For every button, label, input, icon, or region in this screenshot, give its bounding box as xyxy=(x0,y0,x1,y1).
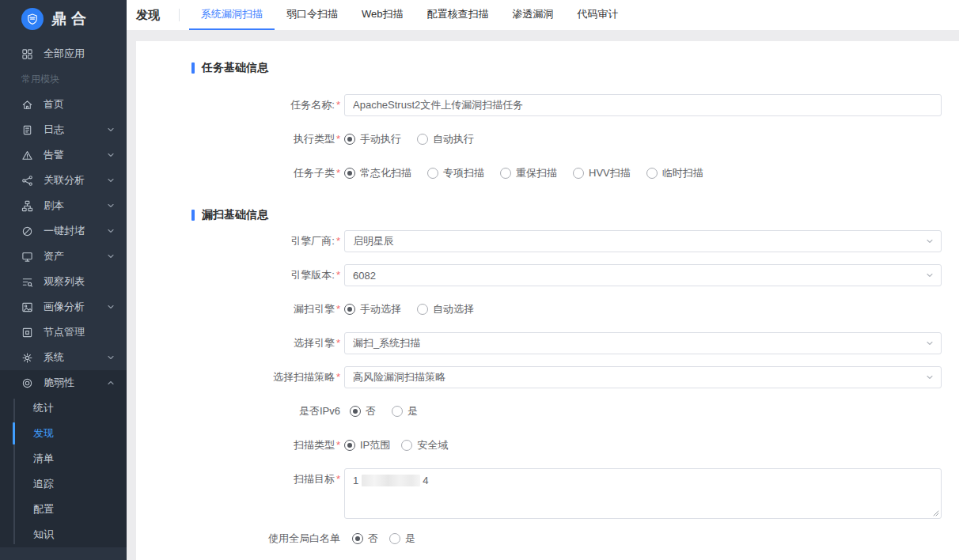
row-scan-type: 扫描类型* IP范围 安全域 xyxy=(136,434,959,456)
task-subtype-radio-group: 常态化扫描 专项扫描 重保扫描 HVV扫描 临时扫描 xyxy=(344,162,719,184)
select-value: 高风险漏洞扫描策略 xyxy=(353,370,445,384)
section-vuln-scan-basic-info: 漏扫基础信息 xyxy=(191,208,959,222)
radio-unselected-icon xyxy=(392,406,403,417)
watchlist-icon xyxy=(21,276,33,288)
sidebar-item-label: 首页 xyxy=(44,97,116,112)
chevron-down-icon xyxy=(106,226,116,236)
radio-ipv6-yes[interactable]: 是 xyxy=(392,404,418,418)
chevron-down-icon xyxy=(925,271,934,280)
sidebar-item-home[interactable]: 首页 xyxy=(0,92,127,117)
radio-key-protection-scan[interactable]: 重保扫描 xyxy=(500,166,557,180)
sidebar-item-playbook[interactable]: 剧本 xyxy=(0,193,127,218)
sidebar-item-alerts[interactable]: 告警 xyxy=(0,142,127,168)
chevron-down-icon xyxy=(106,353,116,362)
sub-item-label: 发现 xyxy=(33,426,54,441)
portrait-icon xyxy=(21,301,33,313)
apps-grid-icon xyxy=(21,48,33,60)
engine-version-select[interactable]: 6082 xyxy=(344,264,942,286)
redacted-ip-blur xyxy=(362,475,420,486)
vulnerability-target-icon xyxy=(21,377,33,389)
radio-whitelist-yes[interactable]: 是 xyxy=(389,532,415,546)
required-asterisk: * xyxy=(336,167,340,179)
scan-type-radio-group: IP范围 安全域 xyxy=(344,434,464,456)
topbar: 发现 系统漏洞扫描 弱口令扫描 Web扫描 配置核查扫描 渗透漏洞 代码审计 xyxy=(127,0,959,30)
field-label: 扫描目标* xyxy=(136,468,340,490)
scan-target-suffix: 4 xyxy=(423,475,428,486)
sub-item-label: 追踪 xyxy=(33,477,54,491)
radio-temporary-scan[interactable]: 临时扫描 xyxy=(646,166,703,180)
sidebar-item-inventory[interactable]: 清单 xyxy=(0,446,127,471)
radio-hvv-scan[interactable]: HVV扫描 xyxy=(573,166,631,180)
engine-vendor-select[interactable]: 启明星辰 xyxy=(344,230,942,252)
row-exec-type: 执行类型* 手动执行 自动执行 xyxy=(136,128,959,150)
sidebar-item-label: 观察列表 xyxy=(44,274,116,289)
page-title: 发现 xyxy=(136,0,160,30)
system-gear-icon xyxy=(21,352,33,364)
tab-web-scan[interactable]: Web扫描 xyxy=(350,0,415,30)
field-label: 漏扫引擎* xyxy=(136,298,340,320)
sidebar-item-one-click-block[interactable]: 一键封堵 xyxy=(0,218,127,244)
sidebar-item-watchlist[interactable]: 观察列表 xyxy=(0,269,127,294)
field-label: 是否IPv6 xyxy=(136,400,340,422)
resize-handle-icon[interactable] xyxy=(931,509,939,516)
tab-weak-password-scan[interactable]: 弱口令扫描 xyxy=(275,0,350,30)
playbook-icon xyxy=(21,200,33,212)
sidebar-item-system[interactable]: 系统 xyxy=(0,345,127,370)
radio-whitelist-no[interactable]: 否 xyxy=(352,532,378,546)
chevron-down-icon xyxy=(106,201,116,210)
field-label: 使用全局白名单 xyxy=(136,528,340,550)
scan-engine-mode-radio-group: 手动选择 自动选择 xyxy=(344,298,490,320)
scan-target-textarea[interactable]: 14 xyxy=(344,468,942,519)
sidebar-item-discovery[interactable]: 发现 xyxy=(0,421,127,446)
select-value: 启明星辰 xyxy=(353,234,394,248)
tab-code-audit[interactable]: 代码审计 xyxy=(566,0,631,30)
shield-logo-icon xyxy=(21,8,44,30)
tab-penetration-vuln[interactable]: 渗透漏洞 xyxy=(501,0,566,30)
chevron-down-icon xyxy=(106,252,116,261)
sidebar-item-node-management[interactable]: 节点管理 xyxy=(0,320,127,345)
sidebar-item-logs[interactable]: 日志 xyxy=(0,117,127,142)
sidebar-item-assets[interactable]: 资产 xyxy=(0,244,127,269)
exec-type-radio-group: 手动执行 自动执行 xyxy=(344,128,490,150)
sidebar-item-portrait-analysis[interactable]: 画像分析 xyxy=(0,294,127,320)
scan-policy-select[interactable]: 高风险漏洞扫描策略 xyxy=(344,366,942,388)
required-asterisk: * xyxy=(336,235,340,247)
field-label: 任务名称:* xyxy=(136,94,340,116)
task-name-input[interactable] xyxy=(344,94,942,116)
radio-ip-range[interactable]: IP范围 xyxy=(344,438,390,452)
sidebar-item-correlation[interactable]: 关联分析 xyxy=(0,168,127,193)
correlation-icon xyxy=(21,175,33,187)
sidebar-item-label: 系统 xyxy=(44,350,106,365)
radio-manual-exec[interactable]: 手动执行 xyxy=(344,132,401,146)
row-task-name: 任务名称:* xyxy=(136,94,959,116)
radio-security-zone[interactable]: 安全域 xyxy=(401,438,448,452)
tab-config-check-scan[interactable]: 配置核查扫描 xyxy=(415,0,501,30)
sidebar-item-statistics[interactable]: 统计 xyxy=(0,395,127,421)
sidebar-item-vulnerability[interactable]: 脆弱性 xyxy=(0,370,127,395)
required-asterisk: * xyxy=(336,269,340,281)
whitelist-radio-group: 否 是 xyxy=(352,528,431,550)
sidebar-item-label: 一键封堵 xyxy=(44,224,106,238)
sidebar-item-all-apps[interactable]: 全部应用 xyxy=(0,41,127,66)
radio-manual-select[interactable]: 手动选择 xyxy=(344,302,401,316)
sidebar-item-label: 画像分析 xyxy=(44,300,106,314)
sidebar-item-tracking[interactable]: 追踪 xyxy=(0,471,127,497)
required-asterisk: * xyxy=(336,337,340,349)
radio-ipv6-no[interactable]: 否 xyxy=(350,404,376,418)
tab-system-vuln-scan[interactable]: 系统漏洞扫描 xyxy=(189,0,275,30)
app-window: 鼎合 全部应用 常用模块 首页 日志 xyxy=(0,0,959,560)
radio-auto-select[interactable]: 自动选择 xyxy=(417,302,474,316)
engine-select-dropdown[interactable]: 漏扫_系统扫描 xyxy=(344,332,942,354)
sidebar-item-label: 告警 xyxy=(44,148,106,162)
radio-unselected-icon xyxy=(427,168,438,179)
radio-auto-exec[interactable]: 自动执行 xyxy=(417,132,474,146)
radio-unselected-icon xyxy=(646,168,658,179)
node-icon xyxy=(21,327,33,339)
radio-special-scan[interactable]: 专项扫描 xyxy=(427,166,484,180)
sidebar-item-label: 全部应用 xyxy=(44,47,116,61)
sidebar-section-label: 常用模块 xyxy=(0,66,127,92)
sidebar-item-knowledge[interactable]: 知识 xyxy=(0,522,127,547)
sidebar-item-configuration[interactable]: 配置 xyxy=(0,497,127,522)
row-scan-target: 扫描目标* 14 xyxy=(136,468,959,519)
radio-normalized-scan[interactable]: 常态化扫描 xyxy=(344,166,411,180)
